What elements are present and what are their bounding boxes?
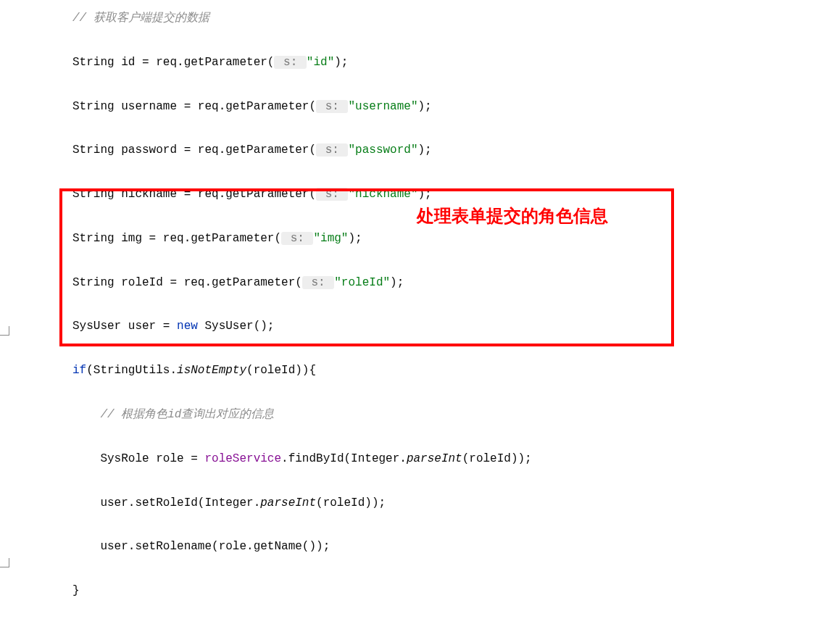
param-hint: s: [316,188,348,201]
param-hint: s: [316,143,348,157]
param-hint: s: [302,276,334,289]
code-line: } [29,580,840,602]
code-line: // 根据角色id查询出对应的信息 [29,404,840,425]
code-line: user.setRolename(role.getName()); [29,536,840,557]
param-hint: s: [274,56,306,69]
code-line: String username = req.getParameter( s: "… [29,96,840,117]
code-line: user.setRoleId(Integer.parseInt(roleId))… [29,492,840,514]
gutter [0,0,16,624]
annotation-text: 处理表单提交的角色信息 [417,199,608,233]
comment: // 根据角色id查询出对应的信息 [100,408,274,421]
code-line: SysUser user = new SysUser(); [29,315,840,337]
param-hint: s: [281,232,313,245]
param-hint: s: [316,100,348,113]
code-line: SysRole role = roleService.findById(Inte… [29,448,840,470]
code-block[interactable]: // 获取客户端提交的数据 String id = req.getParamet… [29,7,840,624]
code-line: String roleId = req.getParameter( s: "ro… [29,272,840,294]
code-line: String id = req.getParameter( s: "id"); [29,51,840,73]
fold-handle[interactable] [0,558,9,567]
code-line: String password = req.getParameter( s: "… [29,139,840,161]
code-editor[interactable]: // 获取客户端提交的数据 String id = req.getParamet… [0,0,840,624]
code-line: if(StringUtils.isNotEmpty(roleId)){ [29,359,840,381]
fold-handle[interactable] [0,326,9,336]
comment: // 获取客户端提交的数据 [72,12,209,25]
code-line: // 获取客户端提交的数据 [29,7,840,29]
